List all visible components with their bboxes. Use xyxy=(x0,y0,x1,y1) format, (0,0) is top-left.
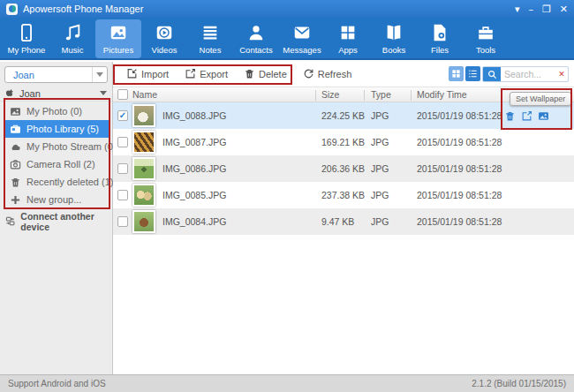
dogs-photo-thumbnail xyxy=(132,184,155,207)
file-modify-time: 2015/01/19 08:51:28 xyxy=(417,163,502,174)
annotation-box-toolbar-buttons xyxy=(113,64,292,85)
file-type: JPG xyxy=(371,137,389,147)
apps-icon xyxy=(338,23,358,42)
column-separator[interactable] xyxy=(364,90,365,101)
apple-icon xyxy=(5,88,15,98)
rabbit-photo-thumbnail xyxy=(132,104,155,127)
row-checkbox[interactable] xyxy=(117,110,128,121)
window-title: Apowersoft Phone Manager xyxy=(23,4,143,14)
nav-my-phone[interactable]: My Phone xyxy=(4,19,49,58)
chevron-down-icon xyxy=(92,67,107,82)
file-modify-time: 2015/01/19 08:51:28 xyxy=(417,216,502,227)
file-name: IMG_0085.JPG xyxy=(162,190,226,200)
grid-view-button[interactable] xyxy=(449,66,464,81)
nav-contacts[interactable]: Contacts xyxy=(233,19,279,58)
column-header-type[interactable]: Type xyxy=(371,89,391,100)
nav-label: Contacts xyxy=(239,45,273,55)
table-row[interactable]: IMG_0087.JPG 169.21 KB JPG 2015/01/19 08… xyxy=(113,129,574,155)
status-left-text: Support Android and iOS xyxy=(8,379,106,388)
row-checkbox[interactable] xyxy=(117,190,128,200)
file-name: IMG_0086.JPG xyxy=(162,163,226,174)
refresh-icon xyxy=(303,68,314,79)
table-row[interactable]: IMG_0086.JPG 206.36 KB JPG 2015/01/19 08… xyxy=(113,155,574,182)
refresh-button[interactable]: Refresh xyxy=(295,68,360,79)
videos-icon xyxy=(155,23,174,42)
main-nav: My Phone Music Pictures Videos Notes Con… xyxy=(0,18,574,60)
nav-label: Pictures xyxy=(103,45,133,55)
list-view-button[interactable] xyxy=(465,66,480,81)
nav-label: My Phone xyxy=(8,45,46,55)
collapse-arrow-icon[interactable] xyxy=(100,91,107,95)
tools-icon xyxy=(476,23,495,42)
nav-label: Videos xyxy=(152,45,177,55)
column-separator[interactable] xyxy=(315,90,316,101)
search-clear-icon[interactable]: ✕ xyxy=(555,70,568,79)
device-selector-value: Joan xyxy=(5,70,92,80)
nav-label: Music xyxy=(62,45,84,55)
table-row[interactable]: IMG_0084.JPG 9.47 KB JPG 2015/01/19 08:5… xyxy=(113,208,574,235)
table-row[interactable]: IMG_0085.JPG 237.38 KB JPG 2015/01/19 08… xyxy=(113,182,574,208)
file-modify-time: 2015/01/19 08:51:28 xyxy=(417,137,502,147)
nav-label: Messages xyxy=(283,45,321,55)
app-logo-icon xyxy=(6,4,18,15)
grid-view-icon xyxy=(451,69,461,79)
pictures-icon xyxy=(109,23,128,42)
row-checkbox[interactable] xyxy=(117,163,128,174)
nav-label: Apps xyxy=(338,45,358,55)
books-icon xyxy=(384,23,404,42)
menu-arrow-icon[interactable]: ▾ xyxy=(515,4,520,14)
row-checkbox[interactable] xyxy=(117,137,128,147)
file-size: 206.36 KB xyxy=(321,163,365,174)
column-header-modify-time[interactable]: Modify Time xyxy=(417,89,467,100)
search-box: ✕ xyxy=(482,66,569,82)
music-icon xyxy=(63,23,82,42)
column-header-name[interactable]: Name xyxy=(132,89,157,100)
messages-icon xyxy=(292,23,312,42)
file-size: 9.47 KB xyxy=(321,216,354,227)
nav-messages[interactable]: Messages xyxy=(279,19,325,58)
connect-another-device-button[interactable]: Connect another device xyxy=(0,213,112,230)
file-size: 237.38 KB xyxy=(321,190,365,200)
nav-label: Tools xyxy=(476,45,495,55)
file-type: JPG xyxy=(371,110,389,121)
dog-photo-thumbnail xyxy=(132,210,155,233)
select-all-checkbox[interactable] xyxy=(117,89,128,100)
row-checkbox[interactable] xyxy=(117,216,128,227)
nav-pictures[interactable]: Pictures xyxy=(95,19,141,58)
minimize-button[interactable]: – xyxy=(528,4,533,14)
close-button[interactable]: ✕ xyxy=(560,4,568,14)
connect-device-icon xyxy=(5,215,15,227)
nav-label: Notes xyxy=(200,45,222,55)
contacts-icon xyxy=(246,23,266,42)
column-separator[interactable] xyxy=(411,90,412,101)
refresh-label: Refresh xyxy=(318,69,352,79)
nav-label: Books xyxy=(382,45,405,55)
nav-notes[interactable]: Notes xyxy=(187,19,233,58)
nav-music[interactable]: Music xyxy=(49,19,95,58)
tiger-photo-thumbnail xyxy=(132,131,155,154)
file-type: JPG xyxy=(371,163,389,174)
version-text: 2.1.2 (Build 01/15/2015) xyxy=(472,379,566,388)
file-name: IMG_0087.JPG xyxy=(162,137,226,147)
nav-books[interactable]: Books xyxy=(371,19,417,58)
annotation-box-sidebar-groups xyxy=(4,98,110,209)
notes-icon xyxy=(200,23,220,42)
nav-tools[interactable]: Tools xyxy=(463,19,509,58)
connect-another-device-label: Connect another device xyxy=(20,211,112,232)
search-button[interactable] xyxy=(483,67,501,81)
annotation-box-row-actions xyxy=(501,88,572,130)
file-name: IMG_0084.JPG xyxy=(162,216,226,227)
device-header-label: Joan xyxy=(19,88,41,99)
status-bar: Support Android and iOS 2.1.2 (Build 01/… xyxy=(0,374,574,392)
file-size: 224.25 KB xyxy=(321,110,365,121)
file-type: JPG xyxy=(371,216,389,227)
file-type: JPG xyxy=(371,190,389,200)
nav-videos[interactable]: Videos xyxy=(141,19,187,58)
maximize-button[interactable]: ❐ xyxy=(542,4,551,14)
nav-apps[interactable]: Apps xyxy=(325,19,371,58)
list-view-icon xyxy=(468,69,478,79)
nav-files[interactable]: Files xyxy=(417,19,463,58)
search-input[interactable] xyxy=(501,69,555,79)
device-selector-dropdown[interactable]: Joan xyxy=(4,66,108,83)
column-header-size[interactable]: Size xyxy=(321,89,339,100)
